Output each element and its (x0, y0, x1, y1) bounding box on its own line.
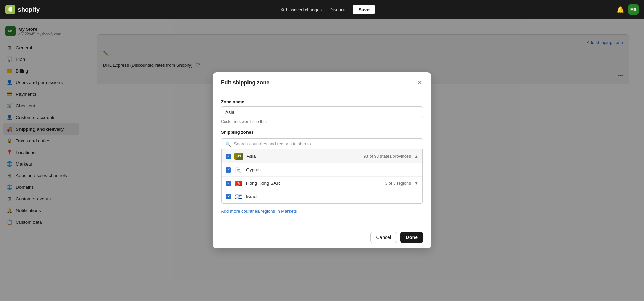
asia-flag: AS (234, 153, 243, 160)
country-search-input[interactable] (234, 141, 419, 146)
shipping-zones-group: Shipping zones 🔍 AS Asia 93 of 93 states… (221, 130, 423, 214)
unsaved-changes-label: Unsaved changes (286, 7, 322, 12)
country-search-box: 🔍 (221, 139, 423, 149)
asia-checkbox[interactable] (226, 154, 231, 159)
hongkong-flag: 🇭🇰 (234, 180, 243, 186)
israel-checkbox[interactable] (226, 194, 231, 199)
israel-country-name: Israel (246, 194, 418, 199)
country-row-asia[interactable]: AS Asia 93 of 93 states/provinces ▲ (222, 149, 422, 163)
cyprus-country-name: Cyprus (246, 167, 418, 172)
modal-overlay: Edit shipping zone ✕ Zone name Customers… (0, 19, 644, 301)
topbar-right: 🔔 MS (617, 4, 639, 15)
save-button[interactable]: Save (353, 5, 375, 14)
shopify-text: shopify (18, 6, 40, 13)
israel-flag: 🇮🇱 (234, 194, 243, 200)
add-markets-link[interactable]: Add more countries/regions in Markets (221, 209, 297, 214)
zone-name-hint: Customers won't see this (221, 119, 423, 124)
notifications-icon[interactable]: 🔔 (617, 6, 624, 13)
shipping-zones-label: Shipping zones (221, 130, 423, 135)
shopify-logo[interactable]: shopify (5, 5, 40, 14)
cancel-button[interactable]: Cancel (370, 232, 397, 243)
asia-country-name: Asia (247, 154, 360, 159)
zone-name-label: Zone name (221, 99, 423, 104)
hongkong-country-name: Hong Kong SAR (246, 181, 381, 186)
modal-title: Edit shipping zone (221, 80, 269, 86)
modal-close-button[interactable]: ✕ (417, 79, 423, 87)
countries-list: AS Asia 93 of 93 states/provinces ▲ 🇨🇾 C… (221, 149, 423, 204)
cyprus-flag: 🇨🇾 (234, 167, 243, 173)
modal-header: Edit shipping zone ✕ (213, 72, 431, 92)
search-icon: 🔍 (225, 141, 231, 147)
topbar-center: Unsaved changes Discard Save (281, 5, 375, 14)
done-button[interactable]: Done (400, 232, 423, 243)
country-row-cyprus[interactable]: 🇨🇾 Cyprus (222, 163, 422, 176)
country-row-israel[interactable]: 🇮🇱 Israel (222, 190, 422, 203)
unsaved-changes-indicator: Unsaved changes (281, 7, 322, 12)
topbar-left: shopify (5, 5, 40, 14)
shopify-icon (5, 5, 15, 14)
edit-shipping-zone-modal: Edit shipping zone ✕ Zone name Customers… (213, 72, 431, 248)
country-search-wrapper: 🔍 AS Asia 93 of 93 states/provinces ▲ (221, 138, 423, 204)
hongkong-checkbox[interactable] (226, 181, 231, 186)
asia-country-meta: 93 of 93 states/provinces (363, 154, 411, 159)
asia-chevron-up-icon[interactable]: ▲ (414, 154, 418, 159)
zone-name-input[interactable] (221, 106, 423, 118)
hongkong-chevron-down-icon[interactable]: ▼ (414, 181, 418, 186)
discard-button[interactable]: Discard (325, 5, 349, 14)
cyprus-checkbox[interactable] (226, 167, 231, 173)
hongkong-country-meta: 3 of 3 regions (385, 181, 411, 186)
country-row-hongkong[interactable]: 🇭🇰 Hong Kong SAR 3 of 3 regions ▼ (222, 176, 422, 190)
modal-body: Zone name Customers won't see this Shipp… (213, 92, 431, 226)
user-avatar[interactable]: MS (628, 4, 639, 15)
modal-footer: Cancel Done (213, 226, 431, 248)
topbar: shopify Unsaved changes Discard Save 🔔 M… (0, 0, 644, 19)
zone-name-group: Zone name Customers won't see this (221, 99, 423, 124)
unsaved-dot-icon (281, 8, 284, 11)
